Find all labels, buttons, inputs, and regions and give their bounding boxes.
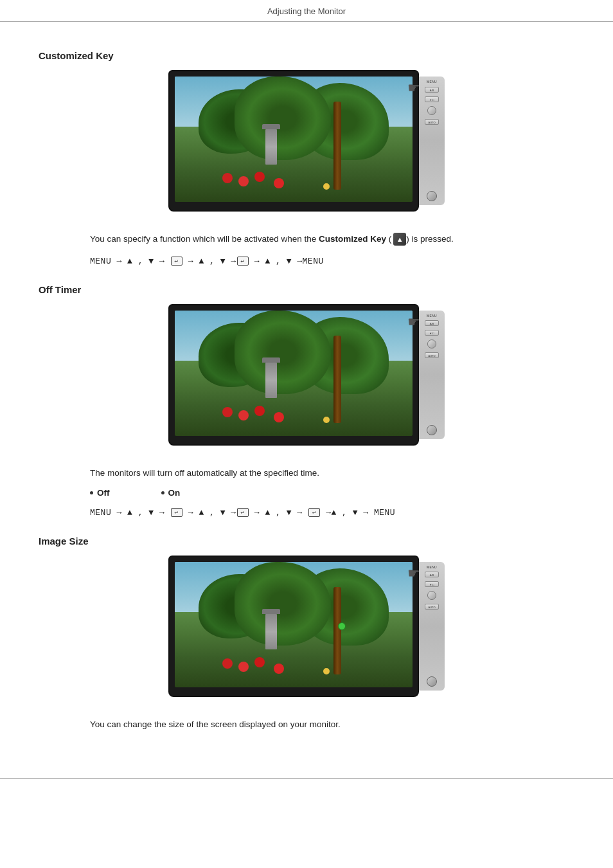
side-btn-ab-3[interactable]: A/B bbox=[425, 572, 439, 577]
section-customized-key: Customized Key bbox=[39, 50, 574, 269]
bullet-item-off: Off bbox=[90, 488, 110, 498]
monitor-image-1: MENU A/B ▼/□ AUTO ☛ bbox=[39, 70, 574, 218]
side-panel-2: MENU A/B ▼/□ AUTO bbox=[419, 311, 445, 439]
side-btn-auto-1[interactable]: AUTO bbox=[425, 119, 439, 125]
flowers-3 bbox=[222, 658, 233, 669]
desc-text-2: The monitors will turn off automatically… bbox=[90, 468, 319, 478]
flowers-1 bbox=[222, 173, 233, 183]
bullet-dot-off bbox=[90, 491, 93, 494]
side-btn-auto-2[interactable]: AUTO bbox=[425, 352, 439, 358]
pagoda-2 bbox=[265, 363, 277, 398]
section-off-timer: Off Timer bbox=[39, 284, 574, 520]
monitor-body-1 bbox=[168, 70, 419, 212]
desc-text-1: You can specify a function which will be… bbox=[90, 234, 319, 244]
monitor-screen-2 bbox=[175, 311, 413, 436]
yellow-flower-1 bbox=[323, 183, 330, 190]
enter-icon-1: ↵ bbox=[171, 257, 182, 266]
pagoda-3 bbox=[265, 614, 277, 649]
monitor-wrapper-3: MENU A/B ▼/□ AUTO ☛ bbox=[168, 556, 445, 703]
desc-bold-1: Customized Key bbox=[319, 234, 386, 244]
bullet-list-off-timer: Off On bbox=[90, 488, 574, 498]
side-panel-1: MENU A/B ▼/□ AUTO bbox=[419, 77, 445, 205]
side-btn-round-3[interactable] bbox=[427, 591, 436, 600]
monitor-body-3 bbox=[168, 556, 419, 697]
monitor-wrapper-2: MENU A/B ▼/□ AUTO ☛ bbox=[168, 304, 445, 452]
power-btn-2[interactable] bbox=[427, 425, 437, 435]
foliage-3a bbox=[235, 77, 331, 160]
nav-customized-key: MENU → ▲ , ▼ → ↵ → ▲ , ▼ →↵ → ▲ , ▼ →MEN… bbox=[90, 254, 574, 269]
key-icon-1: ▲ bbox=[393, 233, 406, 246]
heading-image-size: Image Size bbox=[39, 536, 574, 547]
monitor-wrapper-1: MENU A/B ▼/□ AUTO ☛ bbox=[168, 70, 445, 218]
yellow-flower-2 bbox=[323, 417, 330, 423]
pagoda-1 bbox=[265, 129, 277, 165]
section-image-size: Image Size bbox=[39, 536, 574, 732]
side-btn-auto-3[interactable]: AUTO bbox=[425, 604, 439, 610]
flowers-2 bbox=[222, 407, 233, 417]
menu-label-3: MENU bbox=[427, 566, 437, 570]
side-btn-ab-1[interactable]: A/B bbox=[425, 87, 439, 93]
garden-scene-2 bbox=[175, 311, 413, 436]
side-btn-vcd-1[interactable]: ▼/□ bbox=[425, 96, 439, 102]
enter-icon-4: ↵ bbox=[237, 508, 249, 517]
hand-cursor-2: ☛ bbox=[407, 314, 420, 332]
monitor-body-2 bbox=[168, 304, 419, 446]
menu-label-2: MENU bbox=[427, 314, 437, 318]
side-btn-round-2[interactable] bbox=[427, 339, 436, 348]
heading-customized-key: Customized Key bbox=[39, 50, 574, 61]
monitor-screen-3 bbox=[175, 562, 413, 687]
desc-customized-key: You can specify a function which will be… bbox=[90, 232, 574, 246]
side-btn-ab-2[interactable]: A/B bbox=[425, 320, 439, 326]
foliage-3c bbox=[235, 562, 331, 646]
foliage-3b bbox=[235, 311, 331, 394]
yellow-flower-3 bbox=[323, 668, 330, 674]
tree-trunk-3 bbox=[333, 587, 341, 675]
desc-text-3: You can change the size of the screen di… bbox=[90, 719, 341, 729]
green-dot-3 bbox=[338, 622, 346, 630]
heading-off-timer: Off Timer bbox=[39, 284, 574, 295]
power-btn-1[interactable] bbox=[427, 191, 437, 201]
monitor-image-3: MENU A/B ▼/□ AUTO ☛ bbox=[39, 556, 574, 703]
side-btn-vcd-3[interactable]: ▼/□ bbox=[425, 581, 439, 587]
monitor-image-2: MENU A/B ▼/□ AUTO ☛ bbox=[39, 304, 574, 452]
page-container: Adjusting the Monitor Customized Key bbox=[0, 0, 613, 779]
enter-icon-5: ↵ bbox=[308, 508, 320, 517]
menu-label-1: MENU bbox=[427, 80, 437, 84]
desc-off-timer: The monitors will turn off automatically… bbox=[90, 466, 574, 480]
side-btn-vcd-2[interactable]: ▼/□ bbox=[425, 330, 439, 336]
enter-icon-3: ↵ bbox=[171, 508, 182, 517]
bullet-label-on: On bbox=[168, 488, 181, 498]
side-panel-3: MENU A/B ▼/□ AUTO bbox=[419, 562, 445, 691]
hand-cursor-3: ☛ bbox=[407, 565, 420, 583]
power-btn-3[interactable] bbox=[427, 676, 437, 687]
nav-off-timer: MENU → ▲ , ▼ → ↵ → ▲ , ▼ →↵ → ▲ , ▼ → ↵ … bbox=[90, 505, 574, 520]
bullet-label-off: Off bbox=[97, 488, 110, 498]
tree-trunk-1 bbox=[333, 102, 341, 190]
tree-trunk-2 bbox=[333, 336, 341, 424]
bottom-border bbox=[0, 778, 613, 779]
top-bar: Adjusting the Monitor bbox=[0, 0, 613, 22]
bullet-dot-on bbox=[161, 491, 164, 494]
garden-scene-1 bbox=[175, 77, 413, 202]
side-btn-round-1[interactable] bbox=[427, 106, 436, 115]
monitor-screen-1 bbox=[175, 77, 413, 202]
desc-image-size: You can change the size of the screen di… bbox=[90, 718, 574, 732]
garden-scene-3 bbox=[175, 562, 413, 687]
enter-icon-2: ↵ bbox=[237, 257, 249, 266]
page-title: Adjusting the Monitor bbox=[267, 6, 346, 16]
content-area: Customized Key bbox=[0, 22, 613, 759]
bullet-item-on: On bbox=[161, 488, 181, 498]
hand-cursor-1: ☛ bbox=[407, 80, 420, 98]
